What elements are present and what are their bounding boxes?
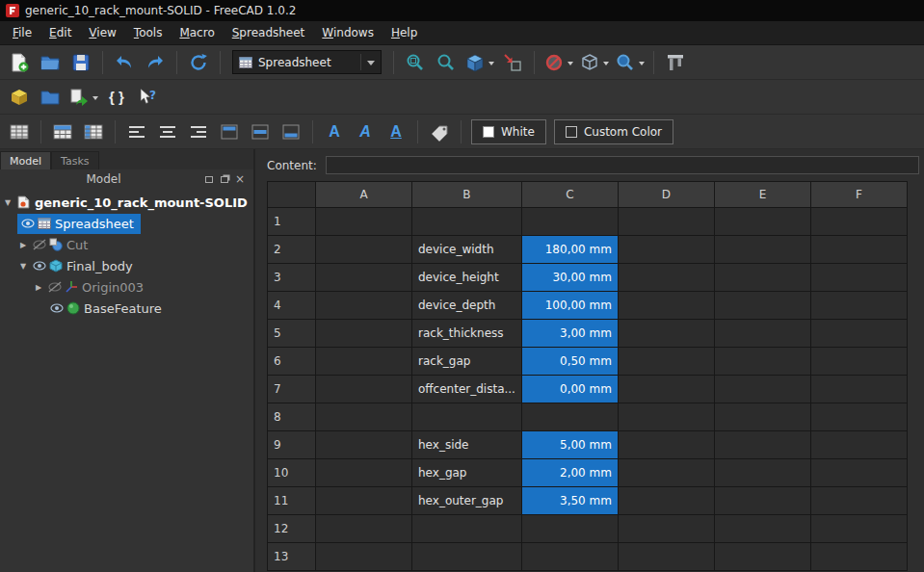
tab-tasks[interactable]: Tasks <box>51 151 98 169</box>
expand-arrow-icon[interactable]: ▶ <box>15 241 31 249</box>
tab-model[interactable]: Model <box>0 151 51 169</box>
cell-C9[interactable]: 5,00 mm <box>521 431 618 459</box>
style-bold-button[interactable]: A <box>320 117 349 146</box>
measure-button[interactable] <box>661 48 690 77</box>
menu-edit[interactable]: Edit <box>40 23 80 42</box>
cell-E12[interactable] <box>714 515 810 543</box>
cell-B7[interactable]: offcenter_dista... <box>412 376 522 403</box>
tree-item-cut[interactable]: ▶ Cut <box>0 234 253 255</box>
cell-B6[interactable]: rack_gap <box>412 348 522 376</box>
menu-windows[interactable]: Windows <box>313 23 383 42</box>
cell-D12[interactable] <box>618 515 714 543</box>
create-part-button[interactable] <box>5 83 34 112</box>
menu-file[interactable]: File <box>4 23 40 42</box>
axonometric-view-button[interactable] <box>462 48 496 77</box>
cell-E6[interactable] <box>714 348 810 376</box>
sync-view-button[interactable] <box>498 48 527 77</box>
tree-item-final-body[interactable]: ▼ Final_body <box>0 255 253 276</box>
cell-A8[interactable] <box>316 403 412 431</box>
tree-item-basefeature[interactable]: BaseFeature <box>0 298 253 319</box>
row-header-9[interactable]: 9 <box>268 431 316 459</box>
column-header-E[interactable]: E <box>714 182 810 208</box>
merge-cells-button[interactable] <box>48 117 77 146</box>
eye-hidden-icon[interactable] <box>31 239 47 250</box>
menu-view[interactable]: View <box>80 23 124 42</box>
cell-B3[interactable]: device_height <box>412 264 522 292</box>
cell-C2[interactable]: 180,00 mm <box>521 236 618 264</box>
row-header-4[interactable]: 4 <box>268 292 316 320</box>
cell-C12[interactable] <box>521 515 618 543</box>
bounding-box-button[interactable] <box>577 48 611 77</box>
menu-help[interactable]: Help <box>383 23 426 42</box>
cell-F6[interactable] <box>810 348 907 376</box>
cell-C8[interactable] <box>521 403 618 431</box>
cell-B4[interactable]: device_depth <box>412 292 522 320</box>
cell-E9[interactable] <box>714 431 810 459</box>
cell-B10[interactable]: hex_gap <box>412 459 522 487</box>
column-header-A[interactable]: A <box>316 182 412 208</box>
cell-E4[interactable] <box>714 292 810 320</box>
dock-panel-icon[interactable] <box>217 172 232 186</box>
undo-button[interactable] <box>110 48 139 77</box>
column-header-F[interactable]: F <box>810 182 907 208</box>
align-top-button[interactable] <box>215 117 244 146</box>
cell-E7[interactable] <box>714 376 810 403</box>
row-header-5[interactable]: 5 <box>268 320 316 348</box>
custom-color-button[interactable]: Custom Color <box>554 119 673 144</box>
cell-C5[interactable]: 3,00 mm <box>521 320 618 348</box>
tree-item-document-root[interactable]: ▼ generic_10_rack_mount-SOLID <box>0 192 253 213</box>
cell-D1[interactable] <box>618 208 714 236</box>
column-header-D[interactable]: D <box>618 182 714 208</box>
style-underline-button[interactable]: A <box>382 117 410 146</box>
save-button[interactable] <box>66 48 95 77</box>
cell-C13[interactable] <box>521 543 618 571</box>
cell-F4[interactable] <box>810 292 907 320</box>
cell-B5[interactable]: rack_thickness <box>412 320 522 348</box>
cell-D3[interactable] <box>618 264 714 292</box>
cell-F5[interactable] <box>810 320 907 348</box>
cell-F11[interactable] <box>810 487 907 515</box>
cell-C10[interactable]: 2,00 mm <box>521 459 618 487</box>
cell-E11[interactable] <box>714 487 810 515</box>
cell-D10[interactable] <box>618 459 714 487</box>
row-header-2[interactable]: 2 <box>268 236 316 264</box>
cell-B9[interactable]: hex_side <box>412 431 522 459</box>
cell-B11[interactable]: hex_outer_gap <box>412 487 522 515</box>
cell-D11[interactable] <box>618 487 714 515</box>
eye-visible-icon[interactable] <box>19 218 36 229</box>
cell-D6[interactable] <box>618 348 714 376</box>
fit-all-button[interactable] <box>401 48 430 77</box>
cell-A1[interactable] <box>316 208 412 236</box>
menu-macro[interactable]: Macro <box>171 23 223 42</box>
tree-item-origin003[interactable]: ▶ Origin003 <box>0 276 253 298</box>
redo-button[interactable] <box>141 48 170 77</box>
align-left-button[interactable] <box>122 117 151 146</box>
cell-E3[interactable] <box>714 264 810 292</box>
cell-F12[interactable] <box>810 515 907 543</box>
cell-F7[interactable] <box>810 376 907 403</box>
row-header-3[interactable]: 3 <box>268 264 316 292</box>
open-document-button[interactable] <box>36 48 65 77</box>
align-vcenter-button[interactable] <box>246 117 275 146</box>
cell-F1[interactable] <box>810 208 907 236</box>
new-document-button[interactable] <box>5 48 34 77</box>
cell-A9[interactable] <box>316 431 412 459</box>
cell-B2[interactable]: device_width <box>412 236 522 264</box>
column-header-B[interactable]: B <box>412 182 522 208</box>
cell-A10[interactable] <box>316 459 412 487</box>
cell-C7[interactable]: 0,00 mm <box>521 376 618 403</box>
cell-E8[interactable] <box>714 403 810 431</box>
cell-F2[interactable] <box>810 236 907 264</box>
cell-E1[interactable] <box>714 208 810 236</box>
cell-A12[interactable] <box>316 515 412 543</box>
cell-C6[interactable]: 0,50 mm <box>521 348 618 376</box>
cell-C1[interactable] <box>521 208 618 236</box>
cell-F9[interactable] <box>810 431 907 459</box>
cell-A13[interactable] <box>316 543 412 571</box>
cell-E13[interactable] <box>714 543 810 571</box>
column-header-C[interactable]: C <box>521 182 618 208</box>
cell-D13[interactable] <box>618 543 714 571</box>
cell-D4[interactable] <box>618 292 714 320</box>
cell-D9[interactable] <box>618 431 714 459</box>
cell-C3[interactable]: 30,00 mm <box>521 264 618 292</box>
